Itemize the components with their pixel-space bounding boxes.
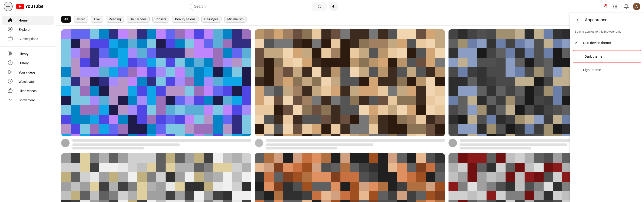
video-meta-1 <box>72 139 251 149</box>
svg-rect-12 <box>614 4 614 5</box>
channel-avatar-3 <box>448 139 457 147</box>
svg-rect-25 <box>10 52 11 55</box>
bell-icon <box>624 4 629 9</box>
sidebar-item-show-more[interactable]: Show more <box>2 96 54 105</box>
video-views-bar-3 <box>460 147 531 149</box>
sidebar-item-your-videos[interactable]: Your videos <box>2 68 54 77</box>
sidebar-item-explore[interactable]: Explore <box>2 25 54 34</box>
video-title-bar-2 <box>266 139 445 142</box>
chevron-down-icon <box>8 97 13 103</box>
sidebar-label-watch-later: Watch later <box>18 80 35 84</box>
sidebar: Home Explore Subscriptions Library Hist <box>0 13 56 202</box>
sidebar-label-your-videos: Your videos <box>18 71 36 74</box>
video-card-4[interactable] <box>61 153 251 202</box>
sidebar-label-home: Home <box>18 18 28 22</box>
chip-beauty-salons[interactable]: Beauty salons <box>172 16 198 23</box>
microphone-button[interactable] <box>329 2 338 11</box>
video-meta-2 <box>266 139 445 149</box>
youtube-wordmark: YouTube <box>25 4 43 9</box>
back-button[interactable] <box>575 17 581 23</box>
device-theme-label: Use device theme <box>583 41 611 45</box>
dark-theme-label: Dark theme <box>584 54 602 58</box>
svg-rect-23 <box>8 37 12 40</box>
search-icon <box>318 4 322 9</box>
chip-reading[interactable]: Reading <box>106 16 124 23</box>
back-arrow-icon <box>576 18 580 22</box>
thumbnail-5 <box>255 153 445 202</box>
svg-marker-22 <box>9 28 11 30</box>
chip-haul-videos[interactable]: Haul videos <box>126 16 150 23</box>
svg-marker-27 <box>9 70 12 74</box>
video-sub-bar-2 <box>266 143 373 146</box>
avatar[interactable]: A <box>633 3 640 10</box>
logo[interactable]: YouTube <box>16 4 43 9</box>
home-icon <box>8 17 13 24</box>
liked-videos-icon <box>8 88 13 94</box>
sidebar-label-history: History <box>18 61 29 65</box>
search-input[interactable] <box>190 2 312 11</box>
video-card-5[interactable] <box>255 153 445 202</box>
video-views-bar-1 <box>72 147 144 149</box>
chip-music[interactable]: Music <box>74 16 88 23</box>
create-button[interactable] <box>600 2 609 11</box>
thumbnail-2 <box>255 29 445 136</box>
create-icon <box>602 4 607 9</box>
theme-option-light[interactable]: ✓ Light theme <box>570 63 644 76</box>
sidebar-label-liked-videos: Liked videos <box>18 89 37 93</box>
notifications-button[interactable] <box>622 2 631 11</box>
appearance-header: Appearance <box>570 13 644 27</box>
video-grid-row2 <box>56 153 644 202</box>
theme-option-device[interactable]: ✓ Use device theme <box>570 36 644 49</box>
appearance-subtitle: Setting applies to this browser only <box>570 27 644 36</box>
apps-icon <box>613 4 618 9</box>
header-center <box>190 2 338 11</box>
svg-rect-4 <box>333 5 334 7</box>
filter-bar: All Music Live Reading Haul videos Close… <box>56 13 644 26</box>
history-icon <box>8 60 13 66</box>
light-theme-label: Light theme <box>583 68 601 72</box>
header: YouTube <box>0 0 644 13</box>
video-info-1 <box>61 139 251 149</box>
chip-closets[interactable]: Closets <box>152 16 169 23</box>
sidebar-item-library[interactable]: Library <box>2 49 54 59</box>
svg-rect-24 <box>8 52 9 55</box>
sidebar-item-history[interactable]: History <box>2 59 54 68</box>
svg-line-3 <box>320 7 322 8</box>
apps-button[interactable] <box>610 2 620 11</box>
video-info-2 <box>255 139 445 149</box>
chip-live[interactable]: Live <box>91 16 103 23</box>
sidebar-item-watch-later[interactable]: Watch later <box>2 77 54 86</box>
svg-rect-16 <box>615 6 616 7</box>
search-button[interactable] <box>312 2 327 11</box>
chip-minimalism[interactable]: Minimalism <box>224 16 246 23</box>
video-card-2[interactable] <box>255 29 445 149</box>
appearance-title: Appearance <box>585 18 607 22</box>
sidebar-label-show-more: Show more <box>18 98 35 102</box>
svg-rect-17 <box>616 6 617 7</box>
svg-rect-18 <box>614 7 614 8</box>
app-body: Home Explore Subscriptions Library Hist <box>0 13 644 202</box>
chip-hairstyles[interactable]: Hairstyles <box>201 16 222 23</box>
svg-rect-20 <box>616 7 617 8</box>
thumbnail-4 <box>61 153 251 202</box>
library-icon <box>8 51 13 57</box>
sidebar-label-subscriptions: Subscriptions <box>18 37 38 41</box>
sidebar-item-liked-videos[interactable]: Liked videos <box>2 86 54 96</box>
sidebar-item-home[interactable]: Home <box>2 16 54 25</box>
video-sub-bar-1 <box>72 143 180 146</box>
video-views-bar-2 <box>266 147 338 149</box>
thumbnail-1 <box>61 29 251 136</box>
video-card-1[interactable] <box>61 29 251 149</box>
device-theme-checkmark: ✓ <box>575 40 579 45</box>
theme-option-dark[interactable]: ✓ Dark theme <box>573 50 641 63</box>
sidebar-item-subscriptions[interactable]: Subscriptions <box>2 34 54 43</box>
youtube-logo-icon <box>16 4 24 9</box>
header-right: A <box>600 2 640 11</box>
menu-button[interactable] <box>4 1 12 11</box>
header-left: YouTube <box>4 1 59 11</box>
channel-avatar-2 <box>255 139 263 147</box>
your-videos-icon <box>8 69 13 76</box>
svg-rect-14 <box>616 4 617 5</box>
chip-all[interactable]: All <box>61 16 71 23</box>
svg-point-2 <box>318 5 321 8</box>
